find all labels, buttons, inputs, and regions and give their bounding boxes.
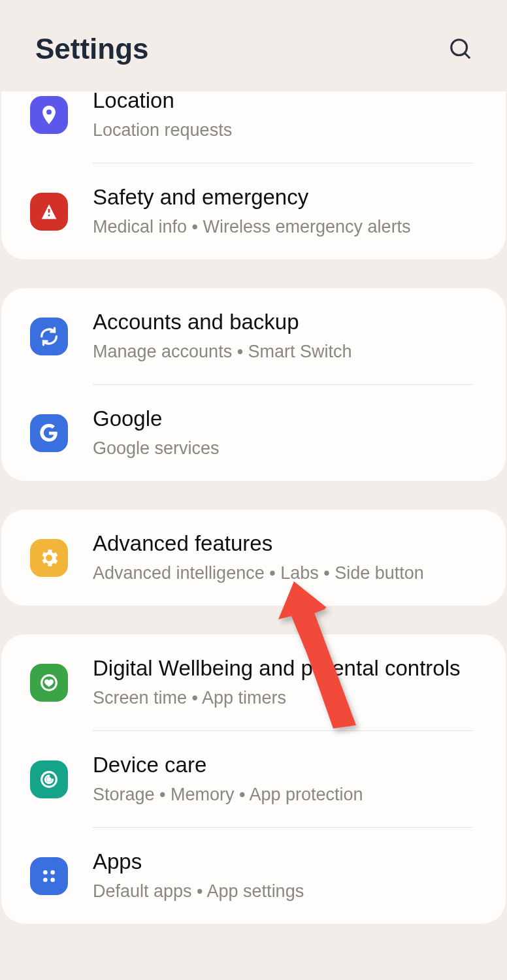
location-icon bbox=[30, 96, 68, 134]
item-subtitle: Screen time • App timers bbox=[93, 685, 477, 711]
settings-item-location[interactable]: Location Location requests bbox=[1, 91, 506, 163]
safety-icon bbox=[30, 193, 68, 231]
advanced-features-icon bbox=[30, 539, 68, 577]
svg-point-4 bbox=[48, 778, 50, 781]
item-subtitle: Default apps • App settings bbox=[93, 878, 477, 905]
item-text: Accounts and backup Manage accounts • Sm… bbox=[93, 308, 477, 365]
search-icon bbox=[448, 37, 473, 61]
item-text: Google Google services bbox=[93, 404, 477, 461]
svg-point-0 bbox=[451, 40, 467, 56]
item-subtitle: Medical info • Wireless emergency alerts bbox=[93, 214, 477, 240]
item-title: Apps bbox=[93, 847, 477, 877]
page-title: Settings bbox=[35, 33, 149, 65]
settings-group: Digital Wellbeing and parental controls … bbox=[1, 634, 506, 924]
svg-point-5 bbox=[43, 870, 48, 875]
google-icon bbox=[30, 414, 68, 452]
settings-item-google[interactable]: Google Google services bbox=[1, 385, 506, 481]
item-text: Apps Default apps • App settings bbox=[93, 847, 477, 904]
settings-group: Accounts and backup Manage accounts • Sm… bbox=[1, 288, 506, 481]
item-subtitle: Manage accounts • Smart Switch bbox=[93, 338, 477, 365]
accounts-backup-icon bbox=[30, 318, 68, 355]
item-title: Location bbox=[93, 91, 477, 116]
item-title: Google bbox=[93, 404, 477, 434]
item-title: Digital Wellbeing and parental controls bbox=[93, 654, 477, 683]
svg-point-7 bbox=[43, 877, 48, 882]
settings-item-device-care[interactable]: Device care Storage • Memory • App prote… bbox=[1, 731, 506, 827]
settings-item-advanced-features[interactable]: Advanced features Advanced intelligence … bbox=[1, 510, 506, 606]
item-subtitle: Storage • Memory • App protection bbox=[93, 781, 477, 808]
digital-wellbeing-icon bbox=[30, 664, 68, 702]
item-text: Safety and emergency Medical info • Wire… bbox=[93, 183, 477, 240]
svg-point-8 bbox=[50, 877, 55, 882]
svg-line-1 bbox=[465, 53, 470, 58]
item-text: Digital Wellbeing and parental controls … bbox=[93, 654, 477, 711]
header: Settings bbox=[0, 0, 507, 91]
item-subtitle: Advanced intelligence • Labs • Side butt… bbox=[93, 560, 477, 587]
item-title: Accounts and backup bbox=[93, 308, 477, 337]
settings-group: Advanced features Advanced intelligence … bbox=[1, 510, 506, 606]
item-text: Device care Storage • Memory • App prote… bbox=[93, 751, 477, 808]
search-button[interactable] bbox=[447, 35, 474, 63]
apps-icon bbox=[30, 857, 68, 895]
item-subtitle: Location requests bbox=[93, 117, 477, 144]
settings-item-accounts[interactable]: Accounts and backup Manage accounts • Sm… bbox=[1, 288, 506, 384]
item-title: Device care bbox=[93, 751, 477, 780]
item-title: Advanced features bbox=[93, 529, 477, 559]
svg-point-6 bbox=[50, 870, 55, 875]
settings-item-safety[interactable]: Safety and emergency Medical info • Wire… bbox=[1, 163, 506, 259]
item-subtitle: Google services bbox=[93, 435, 477, 462]
settings-item-apps[interactable]: Apps Default apps • App settings bbox=[1, 828, 506, 924]
item-title: Safety and emergency bbox=[93, 183, 477, 212]
item-text: Location Location requests bbox=[93, 91, 477, 143]
device-care-icon bbox=[30, 760, 68, 798]
settings-item-digital-wellbeing[interactable]: Digital Wellbeing and parental controls … bbox=[1, 634, 506, 730]
item-text: Advanced features Advanced intelligence … bbox=[93, 529, 477, 586]
settings-group: Location Location requests Safety and em… bbox=[1, 91, 506, 259]
